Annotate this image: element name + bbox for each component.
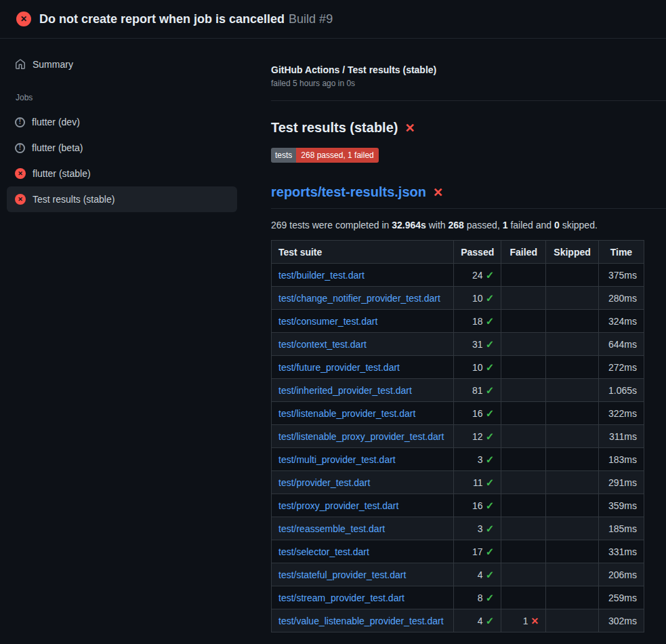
- time-cell: 185ms: [598, 517, 644, 540]
- time-cell: 206ms: [598, 563, 644, 586]
- test-suite-link[interactable]: test/future_provider_test.dart: [278, 362, 400, 373]
- passed-cell: 17✓: [454, 540, 501, 563]
- sidebar-job-item[interactable]: ! flutter (dev): [7, 109, 237, 135]
- x-circle-icon: ✕: [16, 12, 31, 26]
- test-suite-link[interactable]: test/consumer_test.dart: [278, 316, 377, 327]
- job-label: flutter (stable): [33, 168, 91, 179]
- job-label: flutter (dev): [32, 117, 80, 127]
- skipped-cell: [546, 540, 599, 563]
- column-header-test-suite: Test suite: [272, 241, 454, 264]
- passed-cell: 10✓: [454, 356, 501, 379]
- skipped-cell: [546, 379, 599, 402]
- time-cell: 259ms: [598, 586, 644, 609]
- passed-cell: 3✓: [454, 517, 501, 540]
- test-suite-link[interactable]: test/value_listenable_provider_test.dart: [278, 616, 444, 626]
- jobs-list: ! flutter (dev) ! flutter (beta) ✕ flutt…: [7, 109, 237, 212]
- suite-cell: test/stateful_provider_test.dart: [272, 563, 454, 586]
- skipped-cell: [546, 609, 599, 632]
- check-icon: ✓: [486, 270, 495, 280]
- failed-cell: [501, 264, 546, 287]
- failed-cell: [501, 402, 546, 425]
- passed-cell: 16✓: [454, 494, 501, 517]
- test-results-table: Test suite Passed Failed Skipped Time te…: [271, 240, 644, 632]
- check-icon: ✓: [486, 454, 495, 464]
- check-icon: ✓: [486, 339, 495, 349]
- test-suite-link[interactable]: test/builder_test.dart: [278, 270, 365, 281]
- test-suite-link[interactable]: test/stream_provider_test.dart: [278, 592, 404, 603]
- time-cell: 291ms: [598, 471, 644, 494]
- time-cell: 331ms: [598, 540, 644, 563]
- passed-cell: 4✓: [454, 609, 501, 632]
- table-row: test/listenable_provider_test.dart 16✓ 3…: [272, 402, 644, 425]
- alert-circle-icon: !: [15, 117, 25, 127]
- time-cell: 311ms: [598, 425, 644, 448]
- failed-cell: [501, 563, 546, 586]
- check-icon: ✓: [486, 362, 495, 372]
- table-row: test/consumer_test.dart 18✓ 324ms: [272, 310, 644, 333]
- table-row: test/reassemble_test.dart 3✓ 185ms: [272, 517, 644, 540]
- passed-cell: 4✓: [454, 563, 501, 586]
- failed-cell: [501, 356, 546, 379]
- failed-cell: [501, 310, 546, 333]
- time-cell: 280ms: [598, 287, 644, 310]
- skipped-cell: [546, 448, 599, 471]
- check-icon: ✓: [486, 546, 495, 557]
- time-cell: 302ms: [598, 609, 644, 632]
- sidebar-item-summary[interactable]: Summary: [7, 54, 237, 75]
- suite-cell: test/future_provider_test.dart: [272, 356, 454, 379]
- suite-cell: test/consumer_test.dart: [272, 310, 454, 333]
- failed-cell: [501, 471, 546, 494]
- skipped-cell: [546, 494, 599, 517]
- test-suite-link[interactable]: test/change_notifier_provider_test.dart: [278, 293, 440, 304]
- test-suite-link[interactable]: test/listenable_proxy_provider_test.dart: [278, 431, 444, 442]
- passed-cell: 3✓: [454, 448, 501, 471]
- check-icon: ✓: [486, 523, 495, 534]
- time-cell: 183ms: [598, 448, 644, 471]
- test-suite-link[interactable]: test/inherited_provider_test.dart: [278, 385, 412, 396]
- tests-badge: tests 268 passed, 1 failed: [271, 148, 379, 163]
- sidebar-job-item[interactable]: ! flutter (beta): [7, 135, 237, 161]
- sidebar-job-item[interactable]: ✕ Test results (stable): [7, 186, 237, 212]
- test-suite-link[interactable]: test/provider_test.dart: [278, 477, 370, 488]
- passed-cell: 31✓: [454, 333, 501, 356]
- time-cell: 272ms: [598, 356, 644, 379]
- table-row: test/selector_test.dart 17✓ 331ms: [272, 540, 644, 563]
- passed-cell: 81✓: [454, 379, 501, 402]
- x-icon: ✕: [404, 122, 415, 134]
- badge-value: 268 passed, 1 failed: [296, 148, 378, 163]
- suite-cell: test/stream_provider_test.dart: [272, 586, 454, 609]
- test-suite-link[interactable]: test/selector_test.dart: [278, 546, 369, 557]
- table-row: test/inherited_provider_test.dart 81✓ 1.…: [272, 379, 644, 402]
- job-label: flutter (beta): [32, 142, 83, 153]
- test-suite-link[interactable]: test/listenable_provider_test.dart: [278, 408, 415, 419]
- suite-cell: test/context_test.dart: [272, 333, 454, 356]
- table-row: test/future_provider_test.dart 10✓ 272ms: [272, 356, 644, 379]
- test-suite-link[interactable]: test/proxy_provider_test.dart: [278, 500, 398, 511]
- passed-cell: 8✓: [454, 586, 501, 609]
- failed-cell: 1✕: [501, 609, 546, 632]
- test-suite-link[interactable]: test/reassemble_test.dart: [278, 523, 385, 534]
- job-label: Test results (stable): [33, 194, 115, 205]
- test-suite-link[interactable]: test/context_test.dart: [278, 339, 367, 350]
- jobs-sidebar: Summary Jobs ! flutter (dev) ! flutter (…: [0, 39, 271, 644]
- skipped-cell: [546, 586, 599, 609]
- failed-cell: [501, 494, 546, 517]
- skipped-cell: [546, 425, 599, 448]
- skipped-cell: [546, 563, 599, 586]
- suite-cell: test/proxy_provider_test.dart: [272, 494, 454, 517]
- table-row: test/change_notifier_provider_test.dart …: [272, 287, 644, 310]
- failed-cell: [501, 448, 546, 471]
- badge-label: tests: [271, 148, 296, 163]
- check-run-output: GitHub Actions / Test results (stable) f…: [271, 39, 666, 644]
- sidebar-job-item[interactable]: ✕ flutter (stable): [7, 161, 237, 186]
- test-suite-link[interactable]: test/stateful_provider_test.dart: [278, 569, 406, 580]
- suite-cell: test/inherited_provider_test.dart: [272, 379, 454, 402]
- skipped-cell: [546, 264, 599, 287]
- column-header-time: Time: [598, 241, 644, 264]
- test-suite-link[interactable]: test/multi_provider_test.dart: [278, 454, 396, 465]
- report-file-link[interactable]: reports/test-results.json: [271, 184, 426, 200]
- results-summary: 269 tests were completed in 32.964s with…: [271, 220, 644, 230]
- passed-cell: 11✓: [454, 471, 501, 494]
- table-row: test/proxy_provider_test.dart 16✓ 359ms: [272, 494, 644, 517]
- failed-cell: [501, 287, 546, 310]
